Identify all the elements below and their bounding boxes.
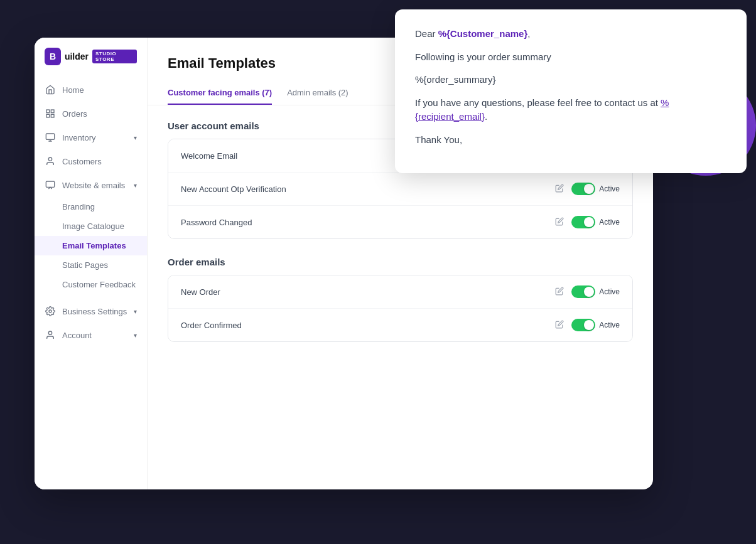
svg-rect-2 bbox=[46, 114, 50, 117]
sidebar-subitem-branding-label: Branding bbox=[62, 202, 95, 211]
preview-line-5: Thank You, bbox=[415, 133, 726, 147]
sidebar: B uilder STUDIO STORE Home Orders bbox=[35, 38, 148, 489]
email-row-otp: New Account Otp Verification Active bbox=[168, 173, 632, 206]
toggle-label-password-changed: Active bbox=[599, 218, 620, 227]
business-settings-icon bbox=[45, 306, 56, 317]
edit-otp-button[interactable] bbox=[555, 184, 564, 195]
sidebar-item-inventory-label: Inventory bbox=[62, 133, 95, 142]
sidebar-subitem-static-pages[interactable]: Static Pages bbox=[35, 255, 147, 275]
toggle-wrapper-order-confirmed: Active bbox=[571, 319, 620, 331]
toggle-wrapper-password-changed: Active bbox=[571, 216, 620, 228]
sidebar-subitem-customer-feedback[interactable]: Customer Feedback bbox=[35, 275, 147, 294]
email-name-order-confirmed: Order Confirmed bbox=[181, 321, 555, 330]
sidebar-subitem-static-pages-label: Static Pages bbox=[62, 260, 108, 270]
email-actions-password-changed: Active bbox=[555, 216, 620, 228]
section-order-emails: Order emails New Order Active bbox=[168, 257, 633, 342]
svg-rect-3 bbox=[51, 114, 54, 117]
svg-rect-0 bbox=[46, 110, 50, 113]
sidebar-subitem-image-catalogue[interactable]: Image Catalogue bbox=[35, 216, 147, 236]
sidebar-navigation: Home Orders Inventory ▾ bbox=[35, 78, 147, 479]
toggle-password-changed[interactable] bbox=[571, 216, 595, 228]
toggle-label-new-order: Active bbox=[599, 287, 620, 296]
toggle-otp[interactable] bbox=[571, 183, 595, 195]
website-emails-icon bbox=[45, 179, 56, 191]
account-chevron-icon: ▾ bbox=[134, 332, 137, 339]
sidebar-logo: B uilder STUDIO STORE bbox=[35, 48, 147, 78]
tab-customer-facing[interactable]: Customer facing emails (7) bbox=[168, 82, 272, 105]
home-icon bbox=[45, 84, 56, 95]
preview-line-1: Dear %{Customer_name}, bbox=[415, 27, 726, 41]
preview-line-2: Following is your order summary bbox=[415, 50, 726, 65]
edit-new-order-button[interactable] bbox=[555, 287, 564, 297]
email-name-new-order: New Order bbox=[181, 287, 555, 297]
sidebar-item-website-emails[interactable]: Website & emails ▾ bbox=[35, 173, 147, 197]
preview-line-3: %{order_summary} bbox=[415, 73, 726, 87]
email-actions-order-confirmed: Active bbox=[555, 319, 620, 331]
sidebar-item-account[interactable]: Account ▾ bbox=[35, 323, 147, 347]
email-actions-new-order: Active bbox=[555, 285, 620, 298]
sidebar-item-customers-label: Customers bbox=[62, 157, 102, 166]
tab-admin-emails[interactable]: Admin emails (2) bbox=[287, 82, 348, 105]
inventory-icon bbox=[45, 132, 56, 143]
order-emails-section-title: Order emails bbox=[168, 257, 633, 267]
svg-point-9 bbox=[49, 310, 51, 312]
toggle-wrapper-otp: Active bbox=[571, 183, 620, 195]
account-icon bbox=[45, 329, 56, 341]
sidebar-subitem-branding[interactable]: Branding bbox=[35, 197, 147, 216]
order-email-list: New Order Active Order Confir bbox=[168, 275, 633, 342]
sidebar-item-home-label: Home bbox=[62, 85, 84, 95]
sidebar-item-orders[interactable]: Orders bbox=[35, 102, 147, 125]
preview-customer-var: %{Customer_name} bbox=[438, 28, 528, 39]
toggle-new-order[interactable] bbox=[571, 285, 595, 298]
email-actions-otp: Active bbox=[555, 183, 620, 195]
sidebar-item-account-label: Account bbox=[62, 331, 92, 340]
email-row-order-confirmed: Order Confirmed Active bbox=[168, 309, 632, 341]
sidebar-subitem-email-templates-label: Email Templates bbox=[62, 241, 126, 250]
svg-rect-1 bbox=[51, 110, 54, 113]
customers-icon bbox=[45, 156, 56, 167]
sidebar-item-orders-label: Orders bbox=[62, 109, 87, 119]
logo-name: uilder bbox=[65, 51, 89, 61]
orders-icon bbox=[45, 108, 56, 119]
svg-rect-8 bbox=[46, 181, 54, 187]
svg-point-10 bbox=[48, 331, 51, 334]
sidebar-item-website-emails-label: Website & emails bbox=[62, 181, 125, 190]
toggle-order-confirmed[interactable] bbox=[571, 319, 595, 331]
logo-icon: B bbox=[45, 48, 61, 65]
svg-point-7 bbox=[48, 157, 51, 161]
toggle-label-otp: Active bbox=[599, 184, 620, 193]
sidebar-item-inventory[interactable]: Inventory ▾ bbox=[35, 125, 147, 149]
toggle-wrapper-new-order: Active bbox=[571, 285, 620, 298]
sidebar-subitem-email-templates[interactable]: Email Templates bbox=[35, 236, 147, 255]
email-row-password-changed: Password Changed Active bbox=[168, 206, 632, 238]
email-row-new-order: New Order Active bbox=[168, 275, 632, 309]
sidebar-subitem-image-catalogue-label: Image Catalogue bbox=[62, 221, 124, 231]
edit-password-changed-button[interactable] bbox=[555, 217, 564, 228]
preview-line-4: If you have any questions, please feel f… bbox=[415, 96, 726, 124]
email-preview-card: Dear %{Customer_name}, Following is your… bbox=[395, 9, 747, 173]
svg-rect-4 bbox=[46, 134, 54, 139]
inventory-chevron-icon: ▾ bbox=[134, 134, 137, 141]
edit-order-confirmed-button[interactable] bbox=[555, 320, 564, 331]
sidebar-subitem-customer-feedback-label: Customer Feedback bbox=[62, 280, 136, 289]
logo-badge: STUDIO STORE bbox=[92, 50, 137, 63]
website-emails-chevron-icon: ▾ bbox=[134, 182, 137, 189]
sidebar-item-home[interactable]: Home bbox=[35, 78, 147, 102]
sidebar-item-business-settings-label: Business Settings bbox=[62, 307, 127, 316]
sidebar-item-business-settings[interactable]: Business Settings ▾ bbox=[35, 299, 147, 323]
sidebar-item-customers[interactable]: Customers bbox=[35, 149, 147, 173]
email-name-password-changed: Password Changed bbox=[181, 218, 555, 227]
toggle-label-order-confirmed: Active bbox=[599, 321, 620, 329]
email-name-otp: New Account Otp Verification bbox=[181, 184, 555, 194]
business-settings-chevron-icon: ▾ bbox=[134, 308, 137, 315]
